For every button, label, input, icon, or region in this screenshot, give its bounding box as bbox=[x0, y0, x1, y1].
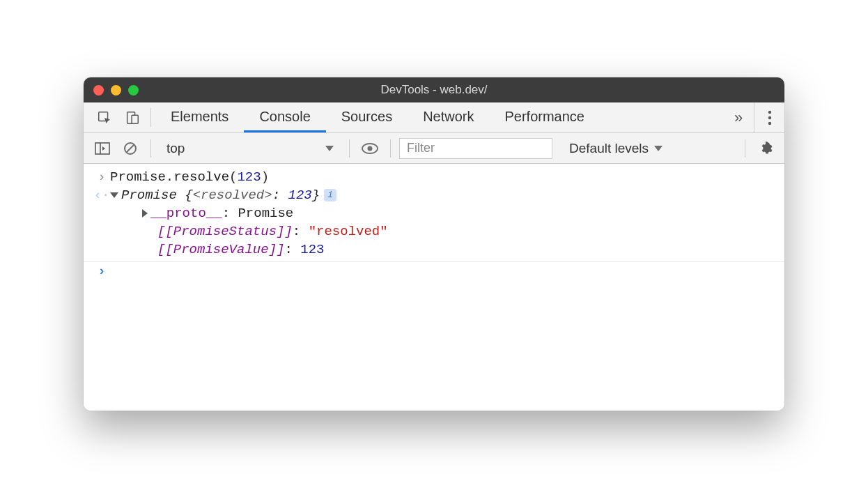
console-prompt-input[interactable] bbox=[110, 264, 775, 279]
svg-point-3 bbox=[768, 110, 770, 113]
tab-label: Sources bbox=[341, 109, 392, 125]
titlebar: DevTools - web.dev/ bbox=[84, 77, 784, 102]
object-property-row[interactable]: [[PromiseValue]]: 123 bbox=[84, 241, 784, 259]
device-toolbar-icon[interactable] bbox=[118, 110, 146, 125]
object-summary: Promise {<resolved>: 123}i bbox=[110, 188, 775, 203]
inspect-element-icon[interactable] bbox=[91, 110, 118, 125]
overflow-label: » bbox=[734, 109, 743, 127]
result-icon: ‹· bbox=[93, 188, 110, 203]
proto-row: __proto__: Promise bbox=[110, 206, 775, 221]
window-title: DevTools - web.dev/ bbox=[84, 83, 784, 97]
levels-label: Default levels bbox=[569, 141, 649, 156]
tabs: Elements Console Sources Network Perform… bbox=[155, 102, 723, 132]
console-input-row[interactable]: › Promise.resolve(123) bbox=[84, 168, 784, 186]
tab-performance[interactable]: Performance bbox=[490, 102, 600, 132]
disclosure-closed-icon[interactable] bbox=[142, 209, 148, 218]
svg-point-5 bbox=[768, 121, 770, 124]
console-prompt-row[interactable]: › bbox=[84, 262, 784, 280]
object-property-row[interactable]: __proto__: Promise bbox=[84, 204, 784, 222]
minimize-window-button[interactable] bbox=[111, 85, 121, 96]
tab-label: Elements bbox=[171, 109, 228, 125]
tab-label: Network bbox=[423, 109, 474, 125]
tab-network[interactable]: Network bbox=[408, 102, 489, 132]
devtools-window: DevTools - web.dev/ Elements Console Sou… bbox=[84, 77, 784, 411]
chevron-down-icon bbox=[325, 146, 334, 151]
tab-elements[interactable]: Elements bbox=[155, 102, 244, 132]
zoom-window-button[interactable] bbox=[128, 85, 139, 96]
console-input-text: Promise.resolve(123) bbox=[110, 169, 775, 185]
divider bbox=[349, 139, 350, 158]
svg-rect-2 bbox=[132, 115, 138, 123]
execution-context-selector[interactable]: top bbox=[160, 138, 341, 159]
tab-label: Console bbox=[259, 109, 310, 125]
object-property-row[interactable]: [[PromiseStatus]]: "resolved" bbox=[84, 222, 784, 241]
tabs-overflow-button[interactable]: » bbox=[723, 102, 754, 132]
disclosure-open-icon[interactable] bbox=[110, 192, 118, 198]
prompt-icon: › bbox=[93, 169, 110, 185]
divider bbox=[390, 139, 391, 158]
console-body: › Promise.resolve(123) ‹· Promise {<reso… bbox=[84, 164, 784, 411]
promise-value-row: [[PromiseValue]]: 123 bbox=[110, 242, 775, 257]
devtools-menu-button[interactable] bbox=[754, 102, 784, 132]
svg-line-9 bbox=[127, 144, 134, 152]
log-levels-selector[interactable]: Default levels bbox=[569, 141, 662, 156]
toggle-console-sidebar-icon[interactable] bbox=[91, 138, 114, 159]
svg-point-4 bbox=[768, 116, 770, 119]
console-result-row[interactable]: ‹· Promise {<resolved>: 123}i bbox=[84, 186, 784, 204]
filter-input[interactable] bbox=[399, 138, 552, 159]
live-expression-icon[interactable] bbox=[358, 138, 382, 159]
prompt-icon: › bbox=[93, 264, 110, 279]
traffic-lights bbox=[93, 85, 139, 96]
info-icon[interactable]: i bbox=[324, 189, 336, 201]
tab-console[interactable]: Console bbox=[244, 102, 325, 132]
devtools-tabbar: Elements Console Sources Network Perform… bbox=[84, 102, 784, 133]
divider bbox=[150, 139, 151, 158]
clear-console-icon[interactable] bbox=[118, 138, 142, 159]
context-label: top bbox=[166, 141, 185, 156]
chevron-down-icon bbox=[654, 146, 662, 151]
console-settings-icon[interactable] bbox=[754, 138, 777, 159]
console-toolbar: top Default levels bbox=[84, 133, 784, 164]
promise-status-row: [[PromiseStatus]]: "resolved" bbox=[110, 224, 775, 239]
divider bbox=[745, 139, 745, 158]
close-window-button[interactable] bbox=[93, 85, 104, 96]
divider bbox=[150, 108, 151, 127]
tab-label: Performance bbox=[505, 109, 585, 125]
svg-point-11 bbox=[368, 146, 373, 151]
tab-sources[interactable]: Sources bbox=[326, 102, 408, 132]
